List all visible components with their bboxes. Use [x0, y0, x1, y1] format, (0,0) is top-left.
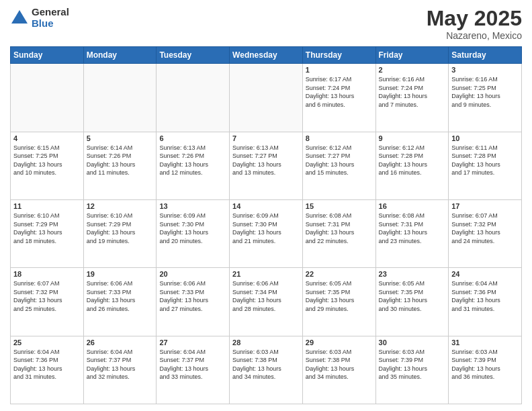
day-info: Sunrise: 6:12 AM Sunset: 7:27 PM Dayligh… [306, 144, 373, 177]
calendar-cell: 3Sunrise: 6:16 AM Sunset: 7:25 PM Daylig… [449, 64, 522, 132]
calendar-cell: 15Sunrise: 6:08 AM Sunset: 7:31 PM Dayli… [302, 199, 375, 267]
calendar-cell: 30Sunrise: 6:03 AM Sunset: 7:39 PM Dayli… [375, 336, 449, 404]
day-number: 11 [13, 202, 81, 210]
calendar-cell: 5Sunrise: 6:14 AM Sunset: 7:26 PM Daylig… [83, 132, 157, 199]
day-number: 1 [306, 66, 373, 74]
title-block: May 2025 Nazareno, Mexico [427, 7, 522, 41]
day-number: 6 [159, 134, 226, 142]
day-info: Sunrise: 6:04 AM Sunset: 7:36 PM Dayligh… [13, 348, 81, 381]
logo-blue-text: Blue [32, 18, 69, 30]
day-info: Sunrise: 6:08 AM Sunset: 7:31 PM Dayligh… [306, 212, 373, 245]
day-info: Sunrise: 6:07 AM Sunset: 7:32 PM Dayligh… [451, 212, 519, 245]
calendar-cell: 6Sunrise: 6:13 AM Sunset: 7:26 PM Daylig… [157, 132, 230, 199]
day-number: 24 [451, 270, 519, 278]
calendar-cell: 13Sunrise: 6:09 AM Sunset: 7:30 PM Dayli… [157, 199, 230, 267]
calendar-cell: 7Sunrise: 6:13 AM Sunset: 7:27 PM Daylig… [230, 132, 303, 199]
day-of-week-friday: Friday [375, 47, 449, 64]
day-info: Sunrise: 6:04 AM Sunset: 7:37 PM Dayligh… [87, 348, 154, 381]
day-number: 15 [306, 202, 373, 210]
logo-text: General Blue [32, 7, 69, 29]
day-info: Sunrise: 6:04 AM Sunset: 7:37 PM Dayligh… [159, 348, 226, 381]
day-number: 9 [379, 134, 446, 142]
calendar-cell: 31Sunrise: 6:03 AM Sunset: 7:39 PM Dayli… [449, 336, 522, 404]
day-info: Sunrise: 6:08 AM Sunset: 7:31 PM Dayligh… [379, 212, 446, 245]
calendar-cell: 14Sunrise: 6:09 AM Sunset: 7:30 PM Dayli… [230, 199, 303, 267]
day-info: Sunrise: 6:07 AM Sunset: 7:32 PM Dayligh… [13, 279, 81, 313]
day-info: Sunrise: 6:16 AM Sunset: 7:25 PM Dayligh… [451, 75, 519, 109]
calendar-cell: 9Sunrise: 6:12 AM Sunset: 7:28 PM Daylig… [375, 132, 449, 199]
day-number: 17 [451, 202, 519, 210]
day-number: 29 [306, 338, 373, 347]
day-number: 25 [13, 338, 81, 347]
calendar-cell: 18Sunrise: 6:07 AM Sunset: 7:32 PM Dayli… [11, 268, 84, 336]
calendar-cell: 11Sunrise: 6:10 AM Sunset: 7:29 PM Dayli… [11, 199, 84, 267]
day-info: Sunrise: 6:11 AM Sunset: 7:28 PM Dayligh… [451, 144, 519, 177]
day-info: Sunrise: 6:16 AM Sunset: 7:24 PM Dayligh… [379, 75, 446, 109]
day-info: Sunrise: 6:09 AM Sunset: 7:30 PM Dayligh… [159, 212, 226, 245]
calendar-week-2: 11Sunrise: 6:10 AM Sunset: 7:29 PM Dayli… [11, 199, 522, 267]
day-number: 5 [87, 134, 154, 142]
day-info: Sunrise: 6:13 AM Sunset: 7:27 PM Dayligh… [232, 144, 300, 177]
day-number: 3 [451, 66, 519, 74]
day-of-week-wednesday: Wednesday [230, 47, 303, 64]
svg-rect-1 [15, 18, 24, 24]
calendar-cell: 12Sunrise: 6:10 AM Sunset: 7:29 PM Dayli… [83, 199, 157, 267]
day-number: 21 [232, 270, 300, 278]
day-of-week-tuesday: Tuesday [157, 47, 230, 64]
calendar-cell: 28Sunrise: 6:03 AM Sunset: 7:38 PM Dayli… [230, 336, 303, 404]
calendar-cell [157, 64, 230, 132]
day-number: 7 [232, 134, 300, 142]
calendar-cell: 22Sunrise: 6:05 AM Sunset: 7:35 PM Dayli… [302, 268, 375, 336]
calendar-cell: 20Sunrise: 6:06 AM Sunset: 7:33 PM Dayli… [157, 268, 230, 336]
day-info: Sunrise: 6:10 AM Sunset: 7:29 PM Dayligh… [13, 212, 81, 245]
calendar-cell: 4Sunrise: 6:15 AM Sunset: 7:25 PM Daylig… [11, 132, 84, 199]
day-info: Sunrise: 6:04 AM Sunset: 7:36 PM Dayligh… [451, 279, 519, 313]
calendar-cell: 8Sunrise: 6:12 AM Sunset: 7:27 PM Daylig… [302, 132, 375, 199]
day-number: 26 [87, 338, 154, 347]
day-of-week-sunday: Sunday [11, 47, 84, 64]
day-number: 28 [232, 338, 300, 347]
calendar-cell: 26Sunrise: 6:04 AM Sunset: 7:37 PM Dayli… [83, 336, 157, 404]
calendar-week-0: 1Sunrise: 6:17 AM Sunset: 7:24 PM Daylig… [11, 64, 522, 132]
main-title: May 2025 [427, 7, 522, 30]
day-info: Sunrise: 6:06 AM Sunset: 7:33 PM Dayligh… [159, 279, 226, 313]
calendar-week-1: 4Sunrise: 6:15 AM Sunset: 7:25 PM Daylig… [11, 132, 522, 199]
calendar-cell: 17Sunrise: 6:07 AM Sunset: 7:32 PM Dayli… [449, 199, 522, 267]
calendar-cell: 1Sunrise: 6:17 AM Sunset: 7:24 PM Daylig… [302, 64, 375, 132]
calendar-cell: 21Sunrise: 6:06 AM Sunset: 7:34 PM Dayli… [230, 268, 303, 336]
logo-general-text: General [32, 7, 69, 18]
day-number: 4 [13, 134, 81, 142]
day-number: 19 [87, 270, 154, 278]
calendar-header: SundayMondayTuesdayWednesdayThursdayFrid… [11, 47, 522, 64]
calendar-cell: 23Sunrise: 6:05 AM Sunset: 7:35 PM Dayli… [375, 268, 449, 336]
subtitle: Nazareno, Mexico [427, 30, 522, 41]
calendar-cell: 16Sunrise: 6:08 AM Sunset: 7:31 PM Dayli… [375, 199, 449, 267]
calendar-week-3: 18Sunrise: 6:07 AM Sunset: 7:32 PM Dayli… [11, 268, 522, 336]
calendar-body: 1Sunrise: 6:17 AM Sunset: 7:24 PM Daylig… [11, 64, 522, 404]
day-number: 27 [159, 338, 226, 347]
calendar-cell: 27Sunrise: 6:04 AM Sunset: 7:37 PM Dayli… [157, 336, 230, 404]
day-number: 8 [306, 134, 373, 142]
day-number: 22 [306, 270, 373, 278]
header: General Blue May 2025 Nazareno, Mexico [10, 7, 522, 41]
calendar-cell: 29Sunrise: 6:03 AM Sunset: 7:38 PM Dayli… [302, 336, 375, 404]
calendar-cell: 25Sunrise: 6:04 AM Sunset: 7:36 PM Dayli… [11, 336, 84, 404]
calendar-cell: 2Sunrise: 6:16 AM Sunset: 7:24 PM Daylig… [375, 64, 449, 132]
day-info: Sunrise: 6:03 AM Sunset: 7:39 PM Dayligh… [379, 348, 446, 381]
day-number: 18 [13, 270, 81, 278]
calendar-cell [11, 64, 84, 132]
calendar-cell [230, 64, 303, 132]
day-number: 30 [379, 338, 446, 347]
day-info: Sunrise: 6:03 AM Sunset: 7:39 PM Dayligh… [451, 348, 519, 381]
day-info: Sunrise: 6:14 AM Sunset: 7:26 PM Dayligh… [87, 144, 154, 177]
day-info: Sunrise: 6:13 AM Sunset: 7:26 PM Dayligh… [159, 144, 226, 177]
calendar-week-4: 25Sunrise: 6:04 AM Sunset: 7:36 PM Dayli… [11, 336, 522, 404]
day-number: 23 [379, 270, 446, 278]
logo: General Blue [10, 7, 69, 29]
day-info: Sunrise: 6:10 AM Sunset: 7:29 PM Dayligh… [87, 212, 154, 245]
day-number: 16 [379, 202, 446, 210]
day-number: 20 [159, 270, 226, 278]
calendar-cell: 24Sunrise: 6:04 AM Sunset: 7:36 PM Dayli… [449, 268, 522, 336]
day-number: 14 [232, 202, 300, 210]
day-number: 2 [379, 66, 446, 74]
